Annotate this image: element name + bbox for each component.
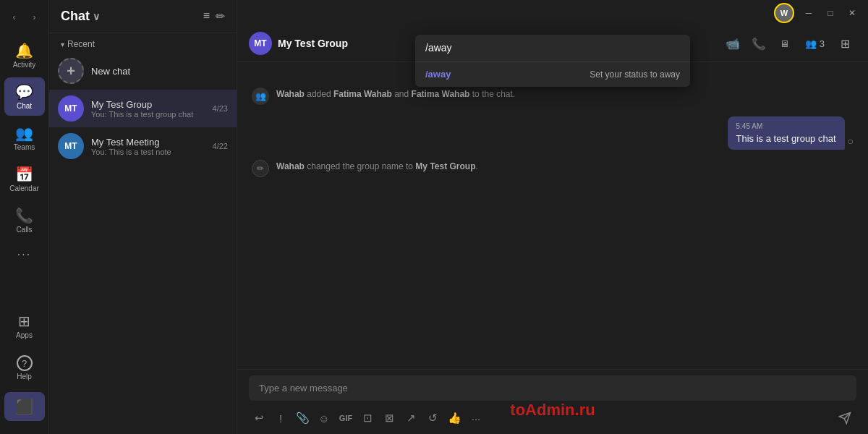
audio-call-button[interactable]: 📞 xyxy=(747,32,770,55)
chat-label: Chat xyxy=(17,102,32,110)
chat-panel-title: Chat ∨ xyxy=(61,9,203,24)
maximize-button[interactable]: □ xyxy=(820,3,841,23)
chat-item-my-test-group[interactable]: MT My Test Group You: This is a test gro… xyxy=(49,90,237,127)
more-options-button[interactable]: ⊞ xyxy=(833,32,856,55)
nav-back-button[interactable]: ‹ xyxy=(6,9,23,26)
calendar-label: Calendar xyxy=(9,184,39,192)
chat-input-area: Type a new message ↩ ! 📎 ☺ GIF ⊡ ⊠ ↗ ↺ 👍… xyxy=(237,369,868,434)
toolbar-like-button[interactable]: 👍 xyxy=(444,408,464,428)
participants-count: 3 xyxy=(820,38,825,49)
activity-icon: 🔔 xyxy=(15,42,33,59)
bubble-row: 5:45 AM This is a test group chat ○ xyxy=(252,116,854,150)
system-message-renamed: ✏ Wahab changed the group name to My Tes… xyxy=(252,158,854,177)
toolbar-format-button[interactable]: ↩ xyxy=(249,408,269,428)
device-icon: ⬛ xyxy=(15,398,33,415)
send-button[interactable] xyxy=(833,407,856,430)
participants-button[interactable]: 👥 3 xyxy=(799,35,830,52)
nav-bottom-section: ⊞ Apps ? Help ⬛ xyxy=(4,305,45,428)
sidebar-item-more[interactable]: ··· xyxy=(4,242,45,267)
new-chat-name: New chat xyxy=(91,66,228,77)
calls-icon: 📞 xyxy=(15,207,33,224)
user-avatar-top[interactable]: W xyxy=(774,3,794,23)
toolbar-sticker-button[interactable]: ⊡ xyxy=(357,408,378,428)
message-input-box[interactable]: Type a new message xyxy=(249,375,856,401)
my-test-group-date: 4/23 xyxy=(213,104,228,113)
chat-item-new-chat[interactable]: + New chat xyxy=(49,52,237,90)
recent-section-label: ▾ Recent xyxy=(49,33,237,52)
bubble-text: This is a test group chat xyxy=(736,133,836,144)
toolbar-schedule-button[interactable]: ↺ xyxy=(422,408,443,428)
toolbar-meet-button[interactable]: ↗ xyxy=(401,408,421,428)
sidebar-item-calls[interactable]: 📞 Calls xyxy=(4,201,45,239)
my-test-group-preview: You: This is a test group chat xyxy=(91,110,205,119)
system-text-added: Wahab added Fatima Wahab and Fatima Waha… xyxy=(276,86,515,99)
my-test-meeting-date: 4/22 xyxy=(213,142,228,150)
my-test-meeting-avatar: MT xyxy=(58,133,84,159)
teams-icon: 👥 xyxy=(15,124,33,142)
video-call-button[interactable]: 📹 xyxy=(721,32,744,55)
system-message-added: 👥 Wahab added Fatima Wahab and Fatima Wa… xyxy=(252,86,854,105)
my-test-group-name: My Test Group xyxy=(91,99,205,110)
command-desc-away: Set your status to away xyxy=(590,69,680,80)
chat-header-icons: ≡ ✏ xyxy=(203,9,225,23)
nav-history-buttons: ‹ › xyxy=(6,6,43,29)
sidebar-device-button[interactable]: ⬛ xyxy=(4,392,45,421)
my-test-meeting-name: My Test Meeting xyxy=(91,137,205,148)
chat-title-chevron[interactable]: ∨ xyxy=(93,11,100,22)
sidebar-item-activity[interactable]: 🔔 Activity xyxy=(4,36,45,75)
chat-messages: 👥 Wahab added Fatima Wahab and Fatima Wa… xyxy=(237,75,868,369)
sidebar-item-calendar[interactable]: 📅 Calendar xyxy=(4,160,45,198)
toolbar-row: ↩ ! 📎 ☺ GIF ⊡ ⊠ ↗ ↺ 👍 ··· xyxy=(249,405,856,431)
bubble-time: 5:45 AM xyxy=(736,122,836,130)
command-item-away[interactable]: /away Set your status to away xyxy=(415,61,690,87)
new-chat-avatar: + xyxy=(58,58,84,84)
new-chat-info: New chat xyxy=(91,66,228,77)
toolbar-attach-button[interactable]: 📎 xyxy=(292,408,312,428)
screen-share-button[interactable]: 🖥 xyxy=(773,32,796,55)
my-test-group-avatar: MT xyxy=(58,95,84,122)
participants-icon: 👥 xyxy=(805,38,817,49)
filter-icon[interactable]: ≡ xyxy=(203,9,210,23)
toolbar-emoji-button[interactable]: ☺ xyxy=(314,408,334,428)
nav-forward-button[interactable]: › xyxy=(26,9,43,26)
close-button[interactable]: ✕ xyxy=(842,3,862,23)
calls-label: Calls xyxy=(16,226,32,234)
toolbar-gif-button[interactable]: GIF xyxy=(336,408,356,428)
chat-main-area: W ─ □ ✕ /away /away Set your status to a… xyxy=(237,0,868,434)
command-popup: /away /away Set your status to away xyxy=(415,35,690,87)
command-name-away: /away xyxy=(425,69,451,80)
nav-sidebar: ‹ › 🔔 Activity 💬 Chat 👥 Teams 📅 Calendar… xyxy=(0,0,49,434)
recent-chevron[interactable]: ▾ xyxy=(61,41,64,48)
chat-icon: 💬 xyxy=(15,83,33,101)
my-test-group-info: My Test Group You: This is a test group … xyxy=(91,99,205,119)
my-test-meeting-preview: You: This is a test note xyxy=(91,148,205,156)
calendar-icon: 📅 xyxy=(15,166,33,183)
message-status-icon: ○ xyxy=(848,135,854,147)
message-bubble: 5:45 AM This is a test group chat xyxy=(728,116,845,150)
top-bar: W ─ □ ✕ xyxy=(768,0,868,26)
more-label: ··· xyxy=(17,248,31,261)
system-icon-added: 👥 xyxy=(252,88,269,105)
sidebar-item-chat[interactable]: 💬 Chat xyxy=(4,77,45,116)
activity-label: Activity xyxy=(13,61,36,69)
chat-list-header: Chat ∨ ≡ ✏ xyxy=(49,0,237,33)
chat-item-my-test-meeting[interactable]: MT My Test Meeting You: This is a test n… xyxy=(49,127,237,165)
compose-icon[interactable]: ✏ xyxy=(216,9,225,23)
system-text-renamed: Wahab changed the group name to My Test … xyxy=(276,158,478,171)
teams-label: Teams xyxy=(14,143,35,151)
help-label: Help xyxy=(17,373,32,380)
chat-main-name: My Test Group xyxy=(278,38,348,49)
command-input-display: /away xyxy=(415,35,690,61)
sidebar-item-help[interactable]: ? Help xyxy=(4,349,45,386)
apps-icon: ⊞ xyxy=(18,312,30,330)
toolbar-important-button[interactable]: ! xyxy=(271,408,291,428)
sidebar-item-teams[interactable]: 👥 Teams xyxy=(4,119,45,157)
sidebar-item-apps[interactable]: ⊞ Apps xyxy=(4,307,45,345)
toolbar-loop-button[interactable]: ⊠ xyxy=(379,408,399,428)
header-actions: 📹 📞 🖥 👥 3 ⊞ xyxy=(721,32,856,55)
system-icon-renamed: ✏ xyxy=(252,160,269,177)
my-test-meeting-info: My Test Meeting You: This is a test note xyxy=(91,137,205,156)
toolbar-more-button[interactable]: ··· xyxy=(466,408,486,428)
minimize-button[interactable]: ─ xyxy=(799,3,819,23)
group-avatar-main: MT xyxy=(249,32,272,55)
